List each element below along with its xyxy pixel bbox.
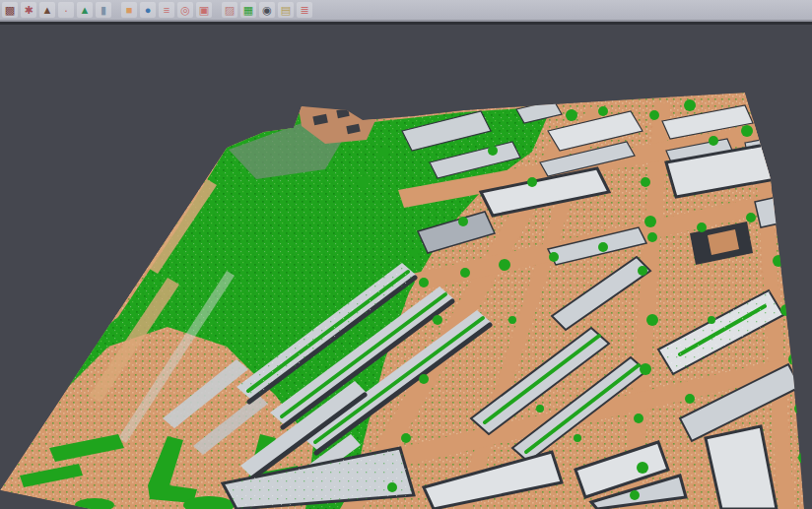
main-toolbar: ▩ ✱ ▲ ∙ ▲ ▮ ■ ● ≡ ◎ ▣ ▨ ▦ ◉ ▤ ≣ bbox=[0, 0, 812, 22]
selection-brackets-icon[interactable]: ▣ bbox=[196, 2, 212, 18]
gear-target-icon: ◎ bbox=[180, 5, 190, 16]
point-cloud-icon: ▩ bbox=[5, 5, 15, 16]
sparse-points-icon[interactable]: ∙ bbox=[58, 2, 74, 18]
film-label-icon: ▤ bbox=[281, 5, 291, 16]
classification-icon: ▦ bbox=[243, 5, 253, 16]
gear-target-icon[interactable]: ◎ bbox=[177, 2, 193, 18]
selection-brackets-icon: ▣ bbox=[199, 5, 209, 16]
globe-icon[interactable]: ● bbox=[140, 2, 156, 18]
film-label-icon[interactable]: ▤ bbox=[278, 2, 294, 18]
measure-icon: ▨ bbox=[225, 5, 235, 16]
histogram-icon: ≣ bbox=[300, 5, 308, 16]
scatter-points-icon: ✱ bbox=[24, 5, 33, 16]
column-icon[interactable]: ▮ bbox=[96, 2, 111, 18]
histogram-icon[interactable]: ≣ bbox=[297, 2, 312, 18]
vegetation-hill-icon[interactable]: ▲ bbox=[77, 2, 93, 18]
3d-viewport[interactable] bbox=[0, 25, 812, 509]
terrain-mound-icon: ▲ bbox=[42, 5, 53, 16]
layers-list-icon[interactable]: ≡ bbox=[159, 2, 174, 18]
measure-icon[interactable]: ▨ bbox=[222, 2, 237, 18]
scatter-points-icon[interactable]: ✱ bbox=[21, 2, 36, 18]
point-cloud-icon[interactable]: ▩ bbox=[2, 2, 18, 18]
ground-tile-icon: ■ bbox=[126, 5, 133, 16]
layers-list-icon: ≡ bbox=[164, 5, 169, 16]
globe-icon: ● bbox=[145, 5, 152, 16]
camera-icon: ◉ bbox=[262, 5, 272, 16]
vegetation-hill-icon: ▲ bbox=[80, 5, 91, 16]
column-icon: ▮ bbox=[101, 5, 106, 16]
camera-icon[interactable]: ◉ bbox=[259, 2, 275, 18]
terrain-mound-icon[interactable]: ▲ bbox=[39, 2, 55, 18]
classification-icon[interactable]: ▦ bbox=[240, 2, 256, 18]
point-cloud-scene bbox=[0, 25, 812, 509]
sparse-points-icon: ∙ bbox=[64, 5, 67, 16]
ground-tile-icon[interactable]: ■ bbox=[121, 2, 137, 18]
